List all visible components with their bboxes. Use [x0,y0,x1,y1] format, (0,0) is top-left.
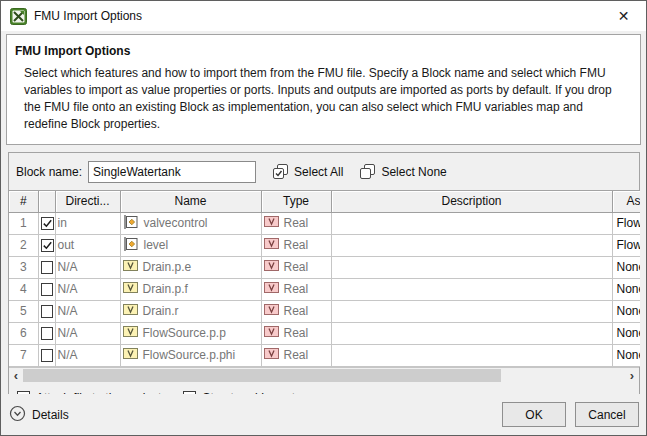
description-cell[interactable] [331,212,612,234]
type-icon [264,238,279,252]
scroll-left-icon[interactable]: ‹ [9,368,23,383]
type-cell[interactable]: Real [261,212,331,234]
as-cell[interactable]: None [612,322,640,344]
variables-table: #Directi...NameTypeDescriptionAs P 1inva… [9,191,640,367]
column-header-6[interactable]: As P [612,191,640,212]
row-checkbox[interactable] [41,349,53,362]
description-cell[interactable] [331,322,612,344]
row-check-cell [38,300,55,322]
block-name-input[interactable] [88,161,256,183]
type-icon [264,216,279,230]
block-name-row: Block name: Select All [9,153,639,190]
as-cell[interactable]: None [612,344,640,366]
type-cell[interactable]: Real [261,234,331,256]
variable-name: FlowSource.p.phi [143,348,236,362]
description-cell[interactable] [331,234,612,256]
type-icon [264,326,279,340]
as-cell[interactable]: None [612,278,640,300]
details-button[interactable]: Details [9,405,69,425]
type-icon [264,260,279,274]
name-cell[interactable]: FlowSource.p.p [120,322,261,344]
column-header-5[interactable]: Description [331,191,612,212]
row-check-cell [38,278,55,300]
type-cell[interactable]: Real [261,344,331,366]
select-none-button[interactable]: Select None [359,164,446,180]
type-cell[interactable]: Real [261,256,331,278]
direction-cell[interactable]: N/A [55,256,120,278]
direction-cell[interactable]: N/A [55,344,120,366]
type-cell[interactable]: Real [261,300,331,322]
variable-name: FlowSource.p.p [143,326,226,340]
row-number: 3 [9,256,38,278]
name-cell[interactable]: valvecontrol [120,212,261,234]
description-cell[interactable] [331,256,612,278]
row-checkbox[interactable] [41,217,54,230]
variable-name: Drain.p.e [143,260,192,274]
row-number: 7 [9,344,38,366]
description-cell[interactable] [331,344,612,366]
row-check-cell [38,212,55,234]
table-row[interactable]: 5N/ADrain.rRealNone [9,300,640,322]
as-cell[interactable]: Flow P [612,234,640,256]
type-name: Real [284,260,309,274]
table-row[interactable]: 2outlevelRealFlow P [9,234,640,256]
table-row[interactable]: 6N/AFlowSource.p.pRealNone [9,322,640,344]
column-header-3[interactable]: Name [120,191,261,212]
row-check-cell [38,256,55,278]
table-row[interactable]: 7N/AFlowSource.p.phiRealNone [9,344,640,366]
variable-name: level [144,238,169,252]
direction-cell[interactable]: N/A [55,300,120,322]
description-cell[interactable] [331,278,612,300]
type-icon [264,348,279,362]
description-cell[interactable] [331,300,612,322]
type-cell[interactable]: Real [261,278,331,300]
block-name-label: Block name: [16,165,82,179]
select-all-icon [272,164,289,180]
scroll-right-icon[interactable]: › [625,368,639,383]
column-header-4[interactable]: Type [261,191,331,212]
column-header-2[interactable]: Directi... [55,191,120,212]
row-checkbox[interactable] [41,327,53,340]
close-button[interactable]: ✕ [601,1,646,31]
table-row[interactable]: 4N/ADrain.p.fRealNone [9,278,640,300]
column-header-1[interactable] [38,191,55,212]
row-checkbox[interactable] [41,239,54,252]
row-checkbox[interactable] [41,305,53,318]
column-header-0[interactable]: # [9,191,38,212]
direction-cell[interactable]: N/A [55,278,120,300]
table-header-row: #Directi...NameTypeDescriptionAs P [9,191,640,212]
select-all-button[interactable]: Select All [272,164,343,180]
name-cell[interactable]: level [120,234,261,256]
row-checkbox[interactable] [41,283,53,296]
type-name: Real [284,238,309,252]
fmu-import-dialog: FMU Import Options ✕ FMU Import Options … [0,0,647,436]
name-cell[interactable]: FlowSource.p.phi [120,344,261,366]
type-name: Real [284,348,309,362]
as-cell[interactable]: None [612,256,640,278]
row-number: 6 [9,322,38,344]
as-cell[interactable]: Flow P [612,212,640,234]
direction-cell[interactable]: in [55,212,120,234]
horizontal-scrollbar[interactable]: ‹ › [9,367,639,382]
table-row[interactable]: 1invalvecontrolRealFlow P [9,212,640,234]
type-cell[interactable]: Real [261,322,331,344]
ok-button[interactable]: OK [502,402,566,427]
scroll-thumb[interactable] [23,369,501,382]
name-cell[interactable]: Drain.p.f [120,278,261,300]
row-check-cell [38,344,55,366]
row-number: 1 [9,212,38,234]
cancel-button[interactable]: Cancel [575,402,639,427]
table-row[interactable]: 3N/ADrain.p.eRealNone [9,256,640,278]
name-cell[interactable]: Drain.r [120,300,261,322]
header-title: FMU Import Options [15,44,628,58]
direction-cell[interactable]: out [55,234,120,256]
title-bar: FMU Import Options ✕ [1,1,646,31]
direction-cell[interactable]: N/A [55,322,120,344]
value-property-icon [123,326,138,340]
as-cell[interactable]: None [612,300,640,322]
row-checkbox[interactable] [41,261,53,274]
value-property-icon [123,348,138,362]
type-name: Real [284,216,309,230]
type-name: Real [284,326,309,340]
name-cell[interactable]: Drain.p.e [120,256,261,278]
